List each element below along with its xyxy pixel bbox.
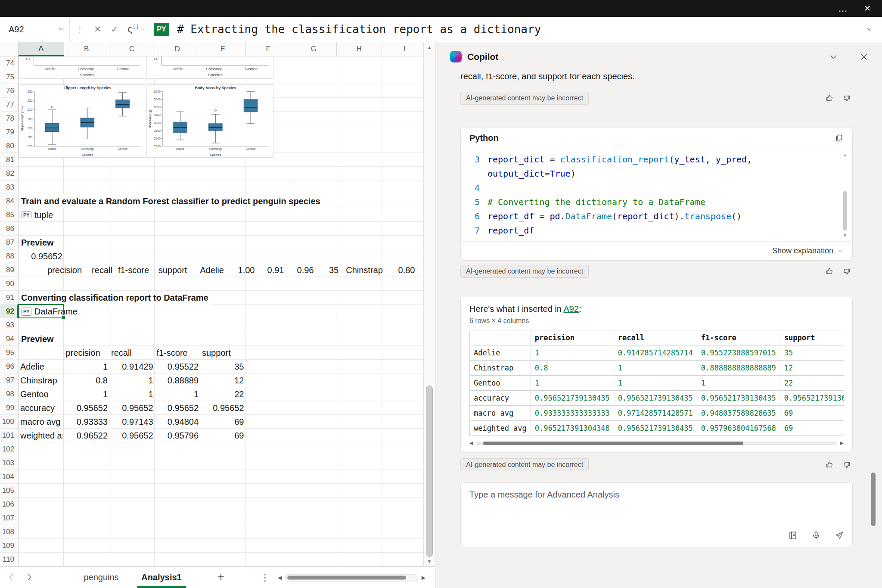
cell[interactable]: 0.95796 xyxy=(157,429,199,442)
row-header[interactable]: 89 xyxy=(0,263,18,277)
cell[interactable]: 0.96 xyxy=(297,263,314,277)
cell[interactable]: Chinstrap xyxy=(346,263,383,277)
microphone-icon[interactable] xyxy=(811,530,821,541)
row-header[interactable]: 92 xyxy=(0,305,18,318)
cell[interactable]: 1 xyxy=(111,373,153,387)
cell[interactable]: 0.91 xyxy=(267,263,284,277)
python-function-icon[interactable]: ς[ ] xyxy=(127,24,145,35)
select-all-corner[interactable] xyxy=(0,42,19,56)
cell[interactable]: 0.91429 xyxy=(111,360,153,373)
cell[interactable]: 0.95652 xyxy=(20,249,62,263)
column-header[interactable]: C xyxy=(109,42,155,56)
row-header[interactable]: 74 xyxy=(0,56,18,70)
row-header[interactable]: 79 xyxy=(0,125,18,139)
thumbs-up-icon[interactable] xyxy=(825,267,835,276)
row-header[interactable]: 104 xyxy=(0,470,18,484)
thumbs-up-icon[interactable] xyxy=(825,460,835,470)
scroll-left-icon[interactable]: ◀ xyxy=(278,575,282,581)
cell[interactable]: precision xyxy=(47,263,82,277)
prompt-guide-icon[interactable] xyxy=(788,530,798,541)
add-sheet-button[interactable]: + xyxy=(217,570,224,584)
thumbs-up-icon[interactable] xyxy=(825,93,835,103)
cell[interactable]: Preview xyxy=(21,236,56,249)
row-header[interactable]: 84 xyxy=(0,194,18,208)
row-header[interactable]: 107 xyxy=(0,511,18,525)
thumbs-down-icon[interactable] xyxy=(842,460,851,470)
column-header[interactable]: E xyxy=(200,42,246,56)
row-header[interactable]: 110 xyxy=(0,553,18,566)
cell[interactable]: accuracy xyxy=(20,401,62,415)
cell[interactable]: Adelie xyxy=(20,360,62,373)
cell[interactable]: recall xyxy=(111,346,153,360)
collapse-panel-icon[interactable] xyxy=(829,53,838,61)
row-header[interactable]: 85 xyxy=(0,208,18,222)
cell[interactable]: precision xyxy=(66,346,108,360)
vertical-scrollbar[interactable]: ▲ ▼ xyxy=(423,42,435,566)
cell[interactable]: 0.96522 xyxy=(66,429,108,442)
row-header[interactable]: 76 xyxy=(0,84,18,98)
sheet-tab-penguins[interactable]: penguins xyxy=(73,567,129,588)
cell[interactable]: 0.94804 xyxy=(157,415,199,429)
sheet-nav-left-icon[interactable] xyxy=(7,572,16,582)
cell[interactable]: 35 xyxy=(202,360,244,373)
horizontal-scrollbar[interactable]: ◀ ▶ xyxy=(278,574,425,581)
row-header[interactable]: 105 xyxy=(0,484,18,498)
scroll-left-icon[interactable]: ◀ xyxy=(469,440,473,446)
row-header[interactable]: 81 xyxy=(0,153,18,167)
enter-icon[interactable]: ✓ xyxy=(111,24,119,34)
column-header[interactable]: H xyxy=(337,42,382,56)
cell[interactable]: 0.95652 xyxy=(202,401,244,415)
cell[interactable]: 1 xyxy=(157,387,199,401)
code-scrollbar[interactable]: ▲ ▼ xyxy=(842,152,848,238)
cell[interactable]: 0.95652 xyxy=(111,401,153,415)
cell[interactable]: 69 xyxy=(202,415,244,429)
row-header[interactable]: 103 xyxy=(0,456,18,470)
cell[interactable]: recall xyxy=(92,263,112,277)
cell[interactable]: 0.95652 xyxy=(111,429,153,442)
scroll-right-icon[interactable]: ▶ xyxy=(422,575,425,581)
cell[interactable]: 0.80 xyxy=(398,263,415,277)
row-header[interactable]: 96 xyxy=(0,360,18,373)
cell[interactable]: Preview xyxy=(21,332,56,346)
chevron-down-icon[interactable] xyxy=(58,26,64,32)
cell-reference-link[interactable]: A92 xyxy=(563,304,579,314)
cell[interactable]: Chinstrap xyxy=(20,373,62,387)
row-header[interactable]: 97 xyxy=(0,373,18,387)
cell[interactable]: 69 xyxy=(202,429,244,442)
thumbs-down-icon[interactable] xyxy=(842,93,851,103)
cell[interactable]: 22 xyxy=(202,387,244,401)
cell[interactable]: 1 xyxy=(66,387,108,401)
cell[interactable]: support xyxy=(158,263,187,277)
send-icon[interactable] xyxy=(834,530,845,541)
scroll-right-icon[interactable]: ▶ xyxy=(840,440,844,446)
formula-bar-handle-icon[interactable]: ⋮ xyxy=(76,25,84,34)
scroll-up-icon[interactable]: ▲ xyxy=(424,45,435,50)
horizontal-scrollbar-thumb[interactable] xyxy=(287,576,406,579)
copy-icon[interactable] xyxy=(835,134,844,143)
row-header[interactable]: 95 xyxy=(0,346,18,360)
show-explanation-button[interactable]: Show explanation xyxy=(772,246,833,255)
cell[interactable]: Adelie xyxy=(200,263,224,277)
formula-bar-expand-icon[interactable] xyxy=(866,26,873,33)
window-more-button[interactable]: … xyxy=(838,3,848,14)
cell[interactable]: Converting classification report to Data… xyxy=(21,291,211,305)
cell[interactable]: 0.8 xyxy=(66,373,108,387)
row-header[interactable]: 93 xyxy=(0,318,18,332)
cell[interactable]: 0.95652 xyxy=(157,401,199,415)
row-header[interactable]: 102 xyxy=(0,442,18,456)
thumbs-down-icon[interactable] xyxy=(842,267,851,276)
cell[interactable]: f1-score xyxy=(118,263,149,277)
chart-cutoff[interactable]: 15AdelieChinstrapGentooSpecies xyxy=(19,56,145,79)
table-scrollbar-thumb[interactable] xyxy=(483,442,743,445)
vertical-scrollbar-thumb[interactable] xyxy=(426,386,433,557)
row-header[interactable]: 94 xyxy=(0,332,18,346)
row-header[interactable]: 90 xyxy=(0,277,18,291)
row-header[interactable]: 98 xyxy=(0,387,18,401)
cell[interactable]: 12 xyxy=(202,373,244,387)
horizontal-scrollbar-track[interactable] xyxy=(285,574,418,581)
close-panel-icon[interactable] xyxy=(860,53,868,61)
chart-cutoff[interactable]: 14AdelieChinstrapGentooSpecies xyxy=(146,56,273,79)
column-header[interactable]: G xyxy=(291,42,337,56)
chat-input[interactable]: Type a message for Advanced Analysis xyxy=(460,482,853,547)
formula-input[interactable]: # Extracting the classification report a… xyxy=(177,23,856,36)
